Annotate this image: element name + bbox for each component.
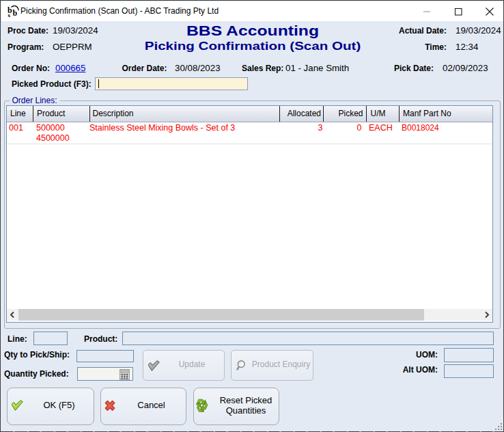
svg-text:b: b bbox=[13, 8, 18, 17]
svg-text:s: s bbox=[8, 12, 11, 18]
